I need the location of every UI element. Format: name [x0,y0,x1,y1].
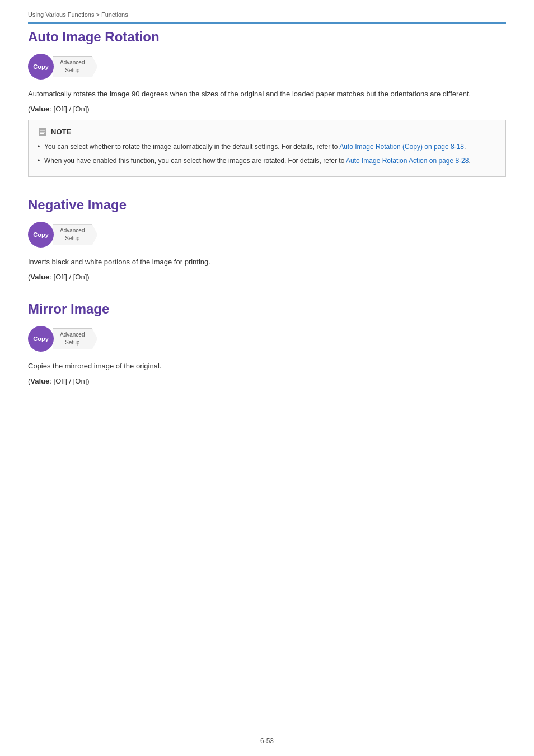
auto-image-rotation-copy-badge: Copy [28,54,54,80]
mirror-image-title: Mirror Image [28,301,506,317]
auto-image-rotation-tab-badge: AdvancedSetup [53,56,97,77]
auto-image-rotation-note-header-text: NOTE [51,128,71,136]
mirror-image-description: Copies the mirrored image of the origina… [28,361,506,372]
auto-image-rotation-note-item-1: When you have enabled this function, you… [38,156,496,166]
auto-image-rotation-value-line: (Value: [Off] / [On]) [28,105,506,113]
sections-container: Auto Image RotationCopyAdvancedSetupAuto… [28,29,506,385]
negative-image-value-line: (Value: [Off] / [On]) [28,273,506,281]
auto-image-rotation-note-box: NOTEYou can select whether to rotate the… [28,120,506,177]
auto-image-rotation-note-link-1[interactable]: Auto Image Rotation Action on page 8-28 [346,157,469,165]
auto-image-rotation-note-header: NOTE [38,127,496,137]
mirror-image-value-line: (Value: [Off] / [On]) [28,377,506,385]
auto-image-rotation-note-icon [38,127,48,137]
auto-image-rotation-badge-row: CopyAdvancedSetup [28,54,506,80]
page-number: 6-53 [260,737,274,745]
negative-image-tab-badge: AdvancedSetup [53,224,97,245]
breadcrumb: Using Various Functions > Functions [28,11,506,24]
section-negative-image: Negative ImageCopyAdvancedSetupInverts b… [28,197,506,281]
auto-image-rotation-title: Auto Image Rotation [28,29,506,45]
negative-image-description: Inverts black and white portions of the … [28,256,506,268]
svg-rect-3 [40,133,44,134]
negative-image-copy-badge: Copy [28,222,54,248]
mirror-image-tab-badge: AdvancedSetup [53,328,97,349]
auto-image-rotation-note-link-0[interactable]: Auto Image Rotation (Copy) on page 8-18 [339,143,464,151]
section-auto-image-rotation: Auto Image RotationCopyAdvancedSetupAuto… [28,29,506,177]
mirror-image-value-bold: Value [30,377,49,385]
negative-image-title: Negative Image [28,197,506,213]
auto-image-rotation-description: Automatically rotates the image 90 degre… [28,88,506,100]
auto-image-rotation-note-item-0: You can select whether to rotate the ima… [38,142,496,152]
section-mirror-image: Mirror ImageCopyAdvancedSetupCopies the … [28,301,506,385]
negative-image-value-bold: Value [30,273,49,281]
mirror-image-badge-row: CopyAdvancedSetup [28,326,506,352]
svg-rect-1 [40,130,45,131]
svg-rect-2 [40,132,45,133]
page-wrapper: Using Various Functions > Functions Auto… [0,0,534,756]
auto-image-rotation-value-bold: Value [30,105,49,113]
auto-image-rotation-note-list: You can select whether to rotate the ima… [38,142,496,166]
mirror-image-copy-badge: Copy [28,326,54,352]
negative-image-badge-row: CopyAdvancedSetup [28,222,506,248]
